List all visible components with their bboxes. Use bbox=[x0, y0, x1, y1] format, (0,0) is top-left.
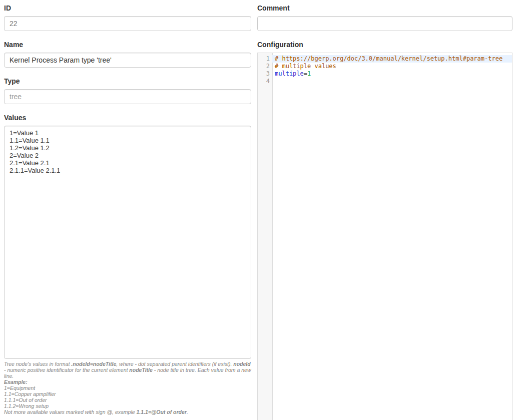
editor-line[interactable]: 4 bbox=[258, 78, 512, 85]
id-label: ID bbox=[4, 4, 251, 12]
help-line: Not more available values marked with si… bbox=[4, 409, 251, 415]
help-line: 1.1=Copper apmplifier bbox=[4, 391, 251, 397]
editor-line[interactable]: 3multiple=1 bbox=[258, 70, 512, 78]
field-group-configuration: Configuration 1# https://bgerp.org/doc/3… bbox=[257, 41, 512, 420]
field-group-id: ID bbox=[4, 4, 251, 31]
right-column: Comment Configuration 1# https://bgerp.o… bbox=[257, 4, 512, 420]
field-group-values: Values 1=Value 1 1.1=Value 1.1 1.2=Value… bbox=[4, 114, 251, 359]
values-textarea[interactable]: 1=Value 1 1.1=Value 1.1 1.2=Value 1.2 2=… bbox=[4, 126, 251, 359]
comment-input[interactable] bbox=[257, 16, 512, 31]
editor-line-code: # https://bgerp.org/doc/3.0/manual/kerne… bbox=[272, 55, 512, 63]
field-group-type: Type bbox=[4, 77, 251, 104]
id-input[interactable] bbox=[4, 16, 251, 31]
name-input[interactable] bbox=[4, 53, 251, 68]
editor-line-code: # multiple values bbox=[272, 63, 512, 70]
field-group-comment: Comment bbox=[257, 4, 512, 31]
type-input[interactable] bbox=[4, 89, 251, 104]
editor-line[interactable]: 2# multiple values bbox=[258, 63, 512, 70]
field-group-name: Name bbox=[4, 41, 251, 68]
editor-lines: 1# https://bgerp.org/doc/3.0/manual/kern… bbox=[258, 53, 512, 87]
configuration-label: Configuration bbox=[257, 41, 512, 49]
left-column: ID Name Type Values 1=Value 1 1.1=Value … bbox=[4, 4, 251, 420]
name-label: Name bbox=[4, 41, 251, 49]
configuration-code-editor[interactable]: 1# https://bgerp.org/doc/3.0/manual/kern… bbox=[257, 53, 512, 420]
help-line: 1.1.2=Wrong setup bbox=[4, 403, 251, 409]
values-label: Values bbox=[4, 114, 251, 122]
help-line: 1.1.1=Out of order bbox=[4, 397, 251, 403]
help-line: Example: bbox=[4, 379, 251, 385]
editor-line[interactable]: 1# https://bgerp.org/doc/3.0/manual/kern… bbox=[258, 55, 512, 63]
param-edit-form: ID Name Type Values 1=Value 1 1.1=Value … bbox=[0, 0, 516, 420]
help-line: 1=Equipment bbox=[4, 385, 251, 391]
comment-label: Comment bbox=[257, 4, 512, 12]
line-number: 3 bbox=[258, 70, 272, 78]
editor-line-code: multiple=1 bbox=[272, 70, 512, 78]
values-help-text: Tree node's values in format .nodeId=nod… bbox=[4, 361, 251, 415]
editor-line-code bbox=[272, 78, 512, 85]
line-number: 2 bbox=[258, 63, 272, 70]
line-number: 1 bbox=[258, 55, 272, 63]
help-line: Tree node's values in format .nodeId=nod… bbox=[4, 361, 251, 379]
line-number: 4 bbox=[258, 78, 272, 85]
type-label: Type bbox=[4, 77, 251, 85]
